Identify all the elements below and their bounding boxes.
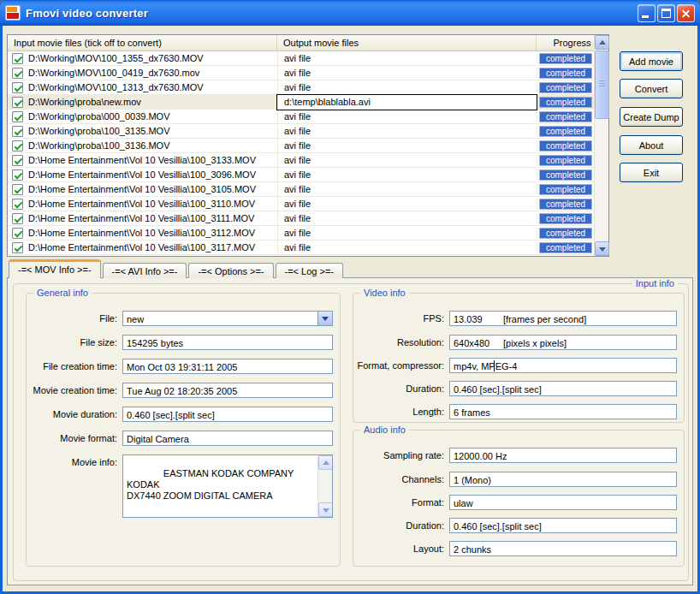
- tab-mov-info[interactable]: -=< MOV Info >=-: [9, 259, 101, 278]
- output-file-cell[interactable]: avi file: [277, 80, 537, 95]
- tab-log[interactable]: -=< Log >=-: [276, 263, 344, 278]
- title-bar[interactable]: Fmovi video converter: [0, 0, 700, 26]
- input-info-title: Input info: [632, 278, 678, 288]
- input-file-cell: D:\Working\MOV\100_0419_dx7630.mov: [28, 68, 277, 78]
- output-file-cell[interactable]: avi file: [277, 168, 537, 182]
- convert-checkbox[interactable]: [12, 228, 23, 239]
- exit-button[interactable]: Exit: [620, 163, 683, 182]
- table-row[interactable]: D:\Working\proba\100_3135.MOV avi file c…: [8, 124, 594, 139]
- table-row[interactable]: D:\Working\MOV\100_0419_dx7630.mov avi f…: [8, 66, 594, 80]
- tab-avi-info[interactable]: -=< AVI Info >=-: [103, 263, 187, 278]
- chevron-down-icon[interactable]: [317, 312, 332, 325]
- convert-checkbox[interactable]: [12, 111, 23, 122]
- progress-badge: completed: [539, 242, 592, 253]
- convert-checkbox[interactable]: [12, 97, 23, 108]
- table-row[interactable]: D:\Working\MOV\100_1313_dx7630.MOV avi f…: [8, 80, 594, 95]
- movie-format-field[interactable]: Digital Camera: [122, 431, 333, 446]
- output-file-cell[interactable]: avi file: [277, 226, 537, 241]
- progress-badge: completed: [539, 53, 592, 64]
- add-movie-button[interactable]: Add movie: [620, 51, 683, 71]
- general-info-title: General info: [33, 288, 92, 298]
- file-size-field[interactable]: 154295 bytes: [122, 335, 333, 350]
- movie-info-scrollbar[interactable]: [317, 455, 332, 517]
- table-row[interactable]: D:\Home Entertainment\Vol 10 Vesillia\10…: [8, 241, 594, 255]
- output-file-cell[interactable]: avi file: [277, 241, 537, 255]
- output-file-cell[interactable]: d:\temp\blablabla.avi: [277, 95, 537, 110]
- table-row[interactable]: D:\Working\proba\new.mov d:\temp\blablab…: [8, 95, 594, 110]
- resolution-field[interactable]: 640x480[pixels x pixels]: [449, 335, 677, 350]
- create-dump-button[interactable]: Create Dump: [620, 107, 683, 127]
- table-row[interactable]: D:\Home Entertainment\Vol 10 Vesillia\10…: [8, 211, 594, 226]
- progress-badge: completed: [539, 126, 592, 137]
- sampling-rate-field[interactable]: 12000.00 Hz: [449, 448, 677, 463]
- table-row[interactable]: D:\Home Entertainment\Vol 10 Vesillia\10…: [8, 153, 594, 168]
- general-info-group: General info File: new File size: 154295…: [26, 293, 341, 567]
- file-creation-time-label: File creation time:: [27, 361, 122, 371]
- convert-checkbox[interactable]: [12, 199, 23, 210]
- convert-checkbox[interactable]: [12, 242, 23, 253]
- convert-checkbox[interactable]: [12, 140, 23, 151]
- minimize-button[interactable]: [638, 4, 656, 22]
- file-combobox[interactable]: new: [122, 311, 333, 326]
- output-file-cell[interactable]: avi file: [277, 139, 537, 153]
- window-content: Input movie files (tick off to convert) …: [3, 26, 697, 591]
- progress-badge: completed: [539, 140, 592, 151]
- app-icon: [5, 5, 21, 21]
- file-creation-time-field[interactable]: Mon Oct 03 19:31:11 2005: [122, 359, 333, 374]
- tab-options[interactable]: -=< Options >=-: [188, 263, 273, 278]
- convert-button[interactable]: Convert: [620, 79, 683, 98]
- convert-checkbox[interactable]: [12, 184, 23, 195]
- video-duration-field[interactable]: 0.460 [sec].[split sec]: [449, 381, 677, 396]
- output-file-cell[interactable]: avi file: [277, 182, 537, 197]
- movie-info-textarea[interactable]: EASTMAN KODAK COMPANY KODAK DX7440 ZOOM …: [122, 454, 333, 518]
- format-compressor-field[interactable]: mp4v, MPEG-4: [449, 358, 677, 373]
- close-button[interactable]: [677, 4, 695, 22]
- table-row[interactable]: D:\Home Entertainment\Vol 10 Vesillia\10…: [8, 197, 594, 211]
- channels-field[interactable]: 1 (Mono): [449, 472, 677, 487]
- convert-checkbox[interactable]: [12, 53, 23, 64]
- movie-creation-time-field[interactable]: Tue Aug 02 18:20:35 2005: [122, 383, 333, 398]
- table-row[interactable]: D:\Working\MOV\100_1355_dx7630.MOV avi f…: [8, 51, 594, 66]
- output-file-cell[interactable]: avi file: [277, 153, 537, 168]
- output-file-cell[interactable]: avi file: [277, 66, 537, 80]
- movie-creation-time-label: Movie creation time:: [27, 385, 122, 395]
- file-list-body: D:\Working\MOV\100_1355_dx7630.MOV avi f…: [8, 51, 594, 256]
- scroll-up-icon[interactable]: [318, 455, 333, 470]
- output-file-cell[interactable]: avi file: [277, 51, 537, 66]
- table-row[interactable]: D:\Home Entertainment\Vol 10 Vesillia\10…: [8, 182, 594, 197]
- list-scrollbar[interactable]: [594, 35, 608, 256]
- convert-checkbox[interactable]: [12, 126, 23, 137]
- progress-badge: completed: [539, 97, 592, 108]
- about-button[interactable]: About: [620, 135, 683, 155]
- scroll-thumb[interactable]: [595, 50, 609, 119]
- convert-checkbox[interactable]: [12, 68, 23, 79]
- layout-field[interactable]: 2 chunks: [449, 541, 677, 556]
- table-row[interactable]: D:\Home Entertainment\Vol 10 Vesillia\10…: [8, 168, 594, 182]
- convert-checkbox[interactable]: [12, 82, 23, 93]
- convert-checkbox[interactable]: [12, 169, 23, 181]
- table-row[interactable]: D:\Working\proba\000_0039.MOV avi file c…: [8, 110, 594, 124]
- scroll-down-icon[interactable]: [318, 502, 333, 517]
- length-field[interactable]: 6 frames: [449, 404, 677, 419]
- output-file-cell[interactable]: avi file: [277, 197, 537, 211]
- output-file-cell[interactable]: avi file: [277, 110, 537, 124]
- movie-format-label: Movie format:: [27, 433, 122, 443]
- convert-checkbox[interactable]: [12, 213, 23, 224]
- scroll-up-icon[interactable]: [595, 35, 609, 50]
- scroll-down-icon[interactable]: [595, 241, 609, 256]
- format-compressor-label: Format, compressor:: [353, 360, 449, 371]
- table-row[interactable]: D:\Home Entertainment\Vol 10 Vesillia\10…: [8, 226, 594, 241]
- audio-format-field[interactable]: ulaw: [449, 495, 677, 510]
- input-file-cell: D:\Home Entertainment\Vol 10 Vesillia\10…: [28, 155, 277, 165]
- convert-checkbox[interactable]: [12, 155, 23, 166]
- length-label: Length:: [353, 407, 449, 417]
- output-file-cell[interactable]: avi file: [277, 124, 537, 139]
- fps-field[interactable]: 13.039[frames per second]: [449, 311, 677, 326]
- output-file-cell[interactable]: avi file: [277, 211, 537, 226]
- video-info-title: Video info: [360, 288, 409, 298]
- table-row[interactable]: D:\Working\proba\100_3136.MOV avi file c…: [8, 139, 594, 153]
- maximize-button[interactable]: [657, 4, 675, 22]
- movie-duration-field[interactable]: 0.460 [sec].[split sec]: [122, 407, 333, 422]
- audio-duration-field[interactable]: 0.460 [sec].[split sec]: [449, 518, 677, 533]
- minimize-icon: [642, 15, 649, 18]
